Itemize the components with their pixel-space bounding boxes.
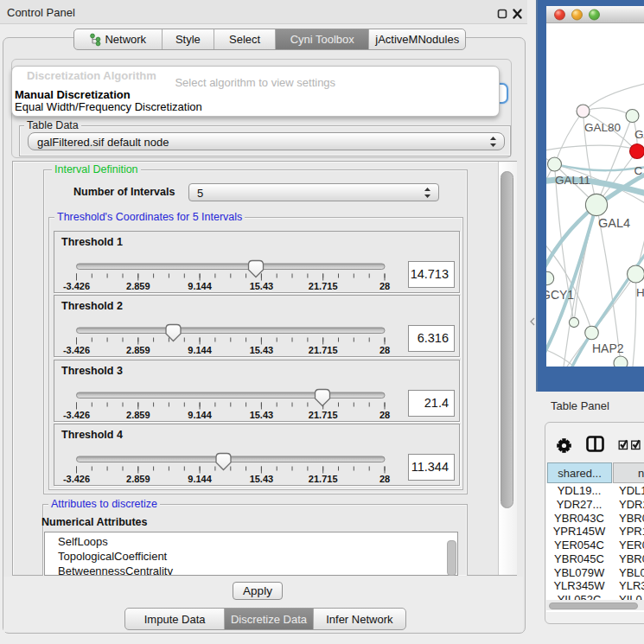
svg-text:2.859: 2.859: [126, 345, 150, 355]
svg-text:28: 28: [379, 345, 390, 355]
svg-text:HAP2: HAP2: [592, 341, 624, 355]
svg-text:15.43: 15.43: [250, 281, 274, 291]
svg-text:15.43: 15.43: [250, 474, 274, 484]
svg-text:-3.426: -3.426: [63, 410, 90, 420]
svg-text:21.715: 21.715: [309, 281, 338, 291]
svg-text:GAL4: GAL4: [598, 216, 630, 230]
svg-text:-3.426: -3.426: [63, 345, 90, 355]
svg-text:GAL80: GAL80: [584, 121, 621, 134]
svg-text:21.715: 21.715: [309, 474, 338, 484]
svg-text:9.144: 9.144: [188, 474, 212, 484]
svg-text:2.859: 2.859: [126, 474, 150, 484]
svg-text:-3.426: -3.426: [63, 281, 90, 291]
svg-text:15.43: 15.43: [250, 410, 274, 420]
svg-text:28: 28: [379, 410, 390, 420]
svg-text:21.715: 21.715: [309, 410, 338, 420]
svg-text:9.144: 9.144: [188, 281, 212, 291]
svg-text:GA: GA: [634, 128, 644, 141]
svg-text:2.859: 2.859: [126, 281, 150, 291]
svg-text:15.43: 15.43: [250, 345, 274, 355]
svg-text:2.859: 2.859: [126, 410, 150, 420]
svg-text:21.715: 21.715: [309, 345, 338, 355]
svg-text:28: 28: [379, 281, 390, 291]
svg-text:9.144: 9.144: [188, 410, 212, 420]
svg-text:H: H: [636, 286, 644, 299]
svg-text:9.144: 9.144: [188, 345, 212, 355]
svg-text:GAL11: GAL11: [555, 174, 590, 187]
svg-text:-3.426: -3.426: [63, 474, 90, 484]
svg-text:28: 28: [379, 474, 390, 484]
svg-text:C: C: [634, 164, 643, 177]
